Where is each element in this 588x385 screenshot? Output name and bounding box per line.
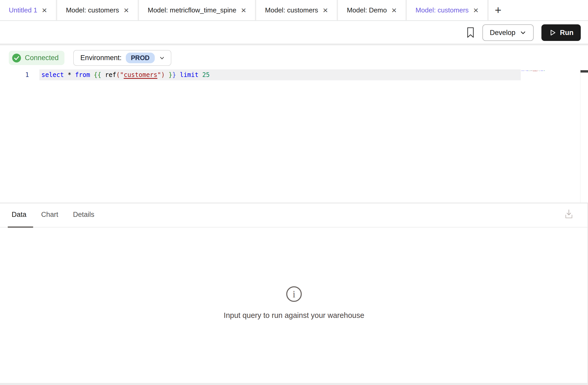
develop-label: Develop: [490, 29, 515, 37]
run-button[interactable]: Run: [541, 24, 581, 41]
close-icon[interactable]: ×: [473, 6, 479, 15]
chevron-down-icon: [520, 29, 526, 36]
new-tab-button[interactable]: +: [489, 0, 508, 20]
results-panel: Data Chart Details i Input query to run …: [0, 203, 588, 383]
tab-details[interactable]: Details: [73, 211, 94, 219]
code-line[interactable]: select * from {{ ref("customers") }} lim…: [41, 69, 210, 80]
tab-untitled-1[interactable]: Untitled 1 ×: [0, 0, 57, 20]
empty-state-message: Input query to run against your warehous…: [0, 311, 588, 320]
tab-model-metricflow-time-spine[interactable]: Model: metricflow_time_spine ×: [139, 0, 256, 20]
minimap-code-line: select * from {{ ref("customers") }} lim…: [521, 70, 529, 72]
environment-selector[interactable]: Environment: PROD: [73, 50, 171, 66]
connection-status-row: Connected Environment: PROD: [9, 50, 171, 66]
develop-dropdown-button[interactable]: Develop: [482, 24, 533, 41]
info-icon: i: [286, 286, 302, 302]
tab-model-customers-1[interactable]: Model: customers ×: [57, 0, 139, 20]
play-icon: [549, 29, 556, 37]
plus-icon: +: [495, 4, 502, 17]
tab-chart[interactable]: Chart: [41, 211, 58, 219]
environment-value-chip: PROD: [126, 53, 155, 63]
active-tab-underline: [8, 226, 33, 228]
results-empty-state: i Input query to run against your wareho…: [0, 286, 588, 320]
results-tab-bar: Data Chart Details: [0, 203, 588, 227]
close-icon[interactable]: ×: [42, 6, 47, 15]
editor-minimap[interactable]: select * from {{ ref("customers") }} lim…: [521, 70, 578, 74]
tab-label: Model: metricflow_time_spine: [148, 6, 236, 14]
tab-label: Model: customers: [66, 6, 119, 14]
close-icon[interactable]: ×: [124, 6, 129, 15]
tab-model-customers-2[interactable]: Model: customers ×: [256, 0, 338, 20]
close-icon[interactable]: ×: [392, 6, 397, 15]
check-circle-icon: [12, 53, 21, 63]
tab-model-customers-3[interactable]: Model: customers ×: [407, 0, 489, 20]
environment-label: Environment:: [80, 54, 122, 62]
bookmark-icon[interactable]: [466, 27, 475, 39]
run-label: Run: [560, 29, 574, 37]
statusbar-edge: [0, 383, 588, 385]
tab-label: Model: Demo: [347, 6, 387, 14]
tab-label: Untitled 1: [9, 6, 37, 14]
tab-model-demo[interactable]: Model: Demo ×: [338, 0, 407, 20]
tab-data[interactable]: Data: [12, 211, 26, 219]
chevron-down-icon: [159, 55, 165, 61]
ide-window: Untitled 1 × Model: customers × Model: m…: [0, 0, 588, 385]
sql-editor[interactable]: 1 select * from {{ ref("customers") }} l…: [0, 69, 588, 203]
line-number: 1: [0, 69, 29, 80]
tab-label: Model: customers: [416, 6, 469, 14]
toolbar: Develop Run: [0, 22, 588, 45]
close-icon[interactable]: ×: [241, 6, 246, 15]
close-icon[interactable]: ×: [323, 6, 328, 15]
tab-label: Model: customers: [265, 6, 318, 14]
download-icon[interactable]: [564, 209, 574, 220]
svg-text:i: i: [293, 289, 296, 300]
editor-scrollbar[interactable]: [580, 69, 588, 203]
connected-status-badge: Connected: [9, 51, 64, 65]
scrollbar-thumb[interactable]: [580, 70, 588, 73]
connected-label: Connected: [25, 54, 59, 62]
editor-tab-strip: Untitled 1 × Model: customers × Model: m…: [0, 0, 588, 21]
panel-right-border: [587, 203, 588, 383]
